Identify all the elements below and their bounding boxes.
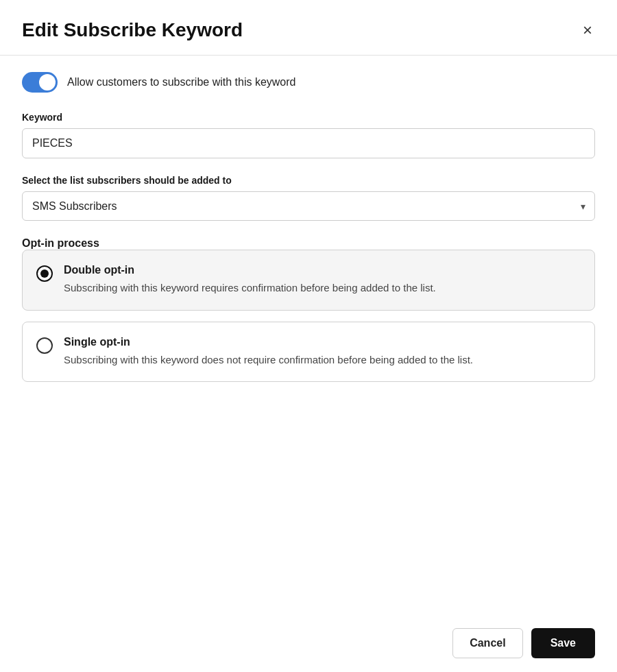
- optin-section-label: Opt-in process: [22, 237, 99, 249]
- allow-subscribe-toggle[interactable]: [22, 72, 58, 93]
- modal-footer: Cancel Save: [0, 614, 617, 672]
- close-button[interactable]: ×: [580, 19, 595, 41]
- list-field-group: Select the list subscribers should be ad…: [22, 175, 595, 221]
- modal-title: Edit Subscribe Keyword: [22, 19, 243, 41]
- optin-single-desc: Subscribing with this keyword does not r…: [64, 352, 581, 368]
- toggle-track: [22, 72, 58, 93]
- edit-subscribe-keyword-modal: Edit Subscribe Keyword × Allow customers…: [0, 0, 617, 672]
- optin-option-double[interactable]: Double opt-in Subscribing with this keyw…: [22, 250, 595, 311]
- modal-header: Edit Subscribe Keyword ×: [0, 0, 617, 55]
- cancel-button[interactable]: Cancel: [452, 628, 522, 658]
- optin-double-title: Double opt-in: [64, 264, 581, 276]
- list-select-wrapper: SMS Subscribers ▾: [22, 191, 595, 221]
- optin-options-list: Double opt-in Subscribing with this keyw…: [22, 250, 595, 382]
- optin-section: Opt-in process Double opt-in Subscribing…: [22, 237, 595, 382]
- optin-double-desc: Subscribing with this keyword requires c…: [64, 280, 581, 296]
- save-button[interactable]: Save: [531, 628, 595, 658]
- radio-double: [36, 265, 53, 282]
- list-label: Select the list subscribers should be ad…: [22, 175, 595, 186]
- modal-body: Allow customers to subscribe with this k…: [0, 72, 617, 420]
- toggle-thumb: [39, 74, 56, 91]
- optin-single-title: Single opt-in: [64, 336, 581, 348]
- keyword-input[interactable]: [22, 128, 595, 158]
- allow-subscribe-toggle-row: Allow customers to subscribe with this k…: [22, 72, 595, 93]
- keyword-field-group: Keyword: [22, 112, 595, 158]
- keyword-label: Keyword: [22, 112, 595, 123]
- header-divider: [0, 55, 617, 56]
- optin-double-content: Double opt-in Subscribing with this keyw…: [64, 264, 581, 296]
- optin-option-single[interactable]: Single opt-in Subscribing with this keyw…: [22, 322, 595, 383]
- list-select[interactable]: SMS Subscribers: [22, 191, 595, 221]
- optin-single-content: Single opt-in Subscribing with this keyw…: [64, 336, 581, 368]
- radio-single: [36, 337, 53, 354]
- toggle-label: Allow customers to subscribe with this k…: [67, 76, 295, 88]
